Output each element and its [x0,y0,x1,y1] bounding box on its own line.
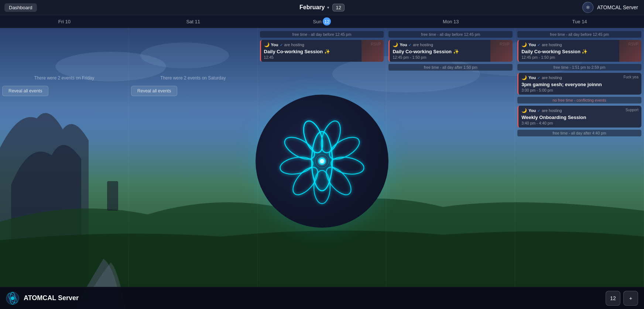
mon-free-time-top: free time - all day before 12:45 pm [388,31,513,38]
sun-event-check-icon: ✓ [280,43,283,47]
bottom-day-badge[interactable]: 12 [606,291,620,306]
mon-event-daily-coworking[interactable]: 🌙 You ✓ are hosting RSVP Daily Co-workin… [388,40,513,62]
day-num-sat: 11 [195,19,200,24]
tue-gaming-rsvp[interactable]: Fuck yea [623,75,638,79]
cloud-icon-gaming: 🌙 [521,75,527,80]
logo-circle [256,95,388,228]
day-header-tue: Tue 14 [515,19,644,24]
logo-overlay [256,95,388,228]
day-label-fri: Fri [58,19,64,24]
sun-free-time-top: free time - all day before 12:45 pm [260,31,384,38]
column-monday: free time - all day before 12:45 pm 🌙 Yo… [386,28,515,309]
tue-onboarding-title: Weekly Onboarding Session [521,115,638,120]
sun-event-hosting-text: are hosting [284,43,304,47]
tue-free-time-top: free time - all day before 12:45 pm [517,31,641,38]
tue-gaming-time: 3:00 pm - 5:00 pm [521,88,638,92]
mon-free-time-mid: free time - all day after 1:50 pm [388,64,513,71]
day-label-sun: Sun [313,19,323,24]
month-day-badge: 12 [333,4,345,11]
atomcal-logo-svg [270,109,374,213]
sun-event-you: You [271,43,278,47]
mon-event-hosting-text: are hosting [413,43,433,47]
tue-onboarding-check: ✓ [537,109,540,113]
bottom-logo-icon [6,292,19,305]
chevron-down-icon[interactable]: ▾ [327,6,329,10]
sat-hidden-events: There were 2 events on Saturday [131,72,255,84]
tue-gaming-header: 🌙 You ✓ are hosting Fuck yea [521,75,638,80]
day-label-sat: Sat [186,19,193,24]
tue-event-daily-coworking[interactable]: 🌙 You ✓ are hosting RSVP Daily Co-workin… [517,40,641,62]
sun-event-daily-coworking[interactable]: 🌙 You ✓ are hosting RSVP Daily Co-workin… [260,40,384,62]
tue-free-time-bottom: free time - all day after 4:40 pm [517,130,641,136]
svg-point-22 [11,296,14,300]
day-headers: Fri 10 Sat 11 Sun 12 Mon 13 Tue 14 [0,15,644,28]
tue-event-gaming[interactable]: 🌙 You ✓ are hosting Fuck yea 3pm gaming … [517,73,641,95]
bottom-bar: ATOMCAL Server 12 + [0,287,644,309]
tue-gaming-title: 3pm gaming sesh; everyone joinnn [521,82,638,87]
tue-onboarding-time: 3:40 pm - 4:40 pm [521,121,638,125]
column-friday: There were 2 events on Friday Reveal all… [0,28,129,309]
fri-hidden-events: There were 2 events on Friday [2,72,126,84]
day-num-tue: 14 [582,19,587,24]
month-label: February [299,4,325,11]
tue-gaming-check: ✓ [537,76,540,80]
sat-reveal-button[interactable]: Reveal all events [131,86,177,96]
dashboard-button[interactable]: Dashboard [4,3,37,12]
tue-event-hosting-text: are hosting [542,43,562,47]
mon-event-thumbnail [490,40,513,62]
tue-gaming-hosting: are hosting [542,75,562,80]
month-navigation: February ▾ 12 [299,4,345,11]
server-name-top: ATOMCAL Server [597,4,638,10]
tue-onboarding-header: 🌙 You ✓ are hosting Support [521,108,638,113]
bottom-add-button[interactable]: + [623,291,638,306]
tue-event-thumbnail [619,40,641,62]
svg-point-9 [330,155,365,177]
day-num-fri: 10 [65,19,71,24]
day-num-sun: 12 [323,17,331,26]
cloud-icon-tue: 🌙 [521,42,527,47]
column-tuesday: free time - all day before 12:45 pm 🌙 Yo… [515,28,644,309]
tue-event-check-icon: ✓ [537,43,540,47]
day-header-sat: Sat 11 [129,19,258,24]
column-saturday: There were 2 events on Saturday Reveal a… [129,28,258,309]
svg-point-19 [320,159,324,163]
month-title: February ▾ [299,4,329,11]
server-avatar: ⚛ [582,2,593,13]
day-header-sun: Sun 12 [258,17,387,26]
tue-event-onboarding[interactable]: 🌙 You ✓ are hosting Support Weekly Onboa… [517,106,641,128]
top-navigation: Dashboard February ▾ 12 ⚛ ATOMCAL Server [0,0,644,15]
tue-no-free-time: no free time - conflicting events [517,97,641,103]
cloud-icon: 🌙 [264,42,270,47]
fri-reveal-button[interactable]: Reveal all events [2,86,48,96]
tue-free-time-mid: free time - 1:51 pm to 2:59 pm [517,64,641,71]
day-header-fri: Fri 10 [0,19,129,24]
tue-onboarding-rsvp[interactable]: Support [626,108,638,112]
mon-event-check-icon: ✓ [408,43,411,47]
tue-onboarding-you: You [528,108,536,113]
tue-gaming-you: You [528,75,536,80]
tue-onboarding-hosting: are hosting [542,108,562,113]
mon-event-you: You [400,43,407,47]
day-num-mon: 13 [453,19,459,24]
day-header-mon: Mon 13 [386,19,515,24]
svg-point-13 [279,155,314,177]
sun-event-thumbnail [362,40,384,62]
day-label-tue: Tue [572,19,580,24]
server-info: ⚛ ATOMCAL Server [582,2,638,13]
cloud-icon-onboarding: 🌙 [521,108,527,113]
cloud-icon-mon: 🌙 [393,42,398,47]
tue-event-you: You [528,43,536,47]
day-label-mon: Mon [443,19,452,24]
bottom-right-controls: 12 + [606,291,638,306]
bottom-server-name: ATOMCAL Server [24,294,79,302]
